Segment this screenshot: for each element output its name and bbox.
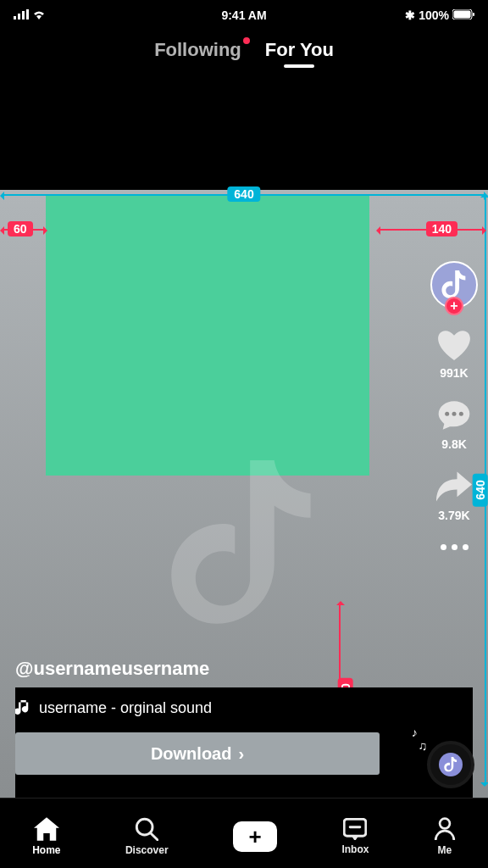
heart-icon: [436, 328, 472, 360]
bluetooth-icon: ✱: [405, 8, 415, 22]
svg-point-14: [440, 819, 450, 829]
tiktok-watermark-icon: [168, 460, 320, 630]
share-count: 3.79K: [438, 509, 469, 522]
bottom-nav: Home Discover + Inbox Me: [0, 798, 488, 868]
creator-avatar[interactable]: +: [430, 261, 478, 309]
nav-create[interactable]: +: [233, 821, 277, 852]
share-icon: [436, 471, 472, 502]
plus-icon: +: [248, 824, 261, 850]
more-options-icon[interactable]: [441, 544, 469, 550]
svg-line-11: [151, 833, 158, 840]
svg-point-7: [445, 412, 449, 416]
signal-icon: [14, 8, 29, 22]
svg-rect-5: [454, 11, 471, 19]
cta-download-button[interactable]: Download ›: [15, 732, 380, 775]
svg-point-9: [459, 412, 463, 416]
follow-plus-icon[interactable]: +: [445, 297, 463, 315]
svg-rect-2: [22, 11, 25, 19]
svg-rect-1: [18, 14, 20, 19]
music-note-icon: [15, 700, 30, 717]
tiktok-icon: [444, 757, 458, 772]
creator-username[interactable]: @usernameusername: [15, 658, 369, 680]
tiktok-icon: [441, 270, 467, 299]
share-button[interactable]: 3.79K: [435, 468, 473, 522]
svg-rect-6: [473, 13, 474, 16]
search-icon: [135, 817, 158, 841]
sound-label[interactable]: username - orginal sound: [15, 687, 473, 717]
sound-disc[interactable]: [427, 741, 474, 788]
create-button[interactable]: +: [233, 821, 277, 852]
like-count: 991K: [440, 366, 468, 380]
comment-icon: [436, 398, 472, 432]
comment-button[interactable]: 9.8K: [435, 397, 473, 451]
music-notes-icon: ♪ ♫: [412, 726, 427, 753]
dimension-height: 640: [485, 195, 486, 785]
inbox-icon: [343, 818, 367, 840]
nav-home[interactable]: Home: [32, 817, 60, 856]
status-bar: 9:41 AM ✱ 100%: [0, 0, 488, 31]
dimension-margin-right: 140: [378, 229, 485, 231]
dimension-width: 640: [2, 194, 486, 196]
nav-inbox[interactable]: Inbox: [341, 818, 369, 855]
svg-rect-3: [26, 9, 29, 19]
battery-icon: [452, 8, 474, 22]
svg-rect-0: [14, 16, 16, 19]
feed-tabs: Following For You: [0, 31, 488, 75]
safe-zone-overlay: [46, 194, 369, 476]
profile-icon: [434, 817, 456, 841]
sound-cta-area: username - orginal sound Download ›: [15, 687, 473, 798]
chevron-right-icon: ›: [238, 744, 244, 764]
wifi-icon: [32, 8, 46, 22]
nav-me[interactable]: Me: [434, 817, 456, 856]
comment-count: 9.8K: [441, 437, 467, 451]
home-icon: [34, 817, 59, 841]
dimension-margin-left: 60: [2, 229, 46, 231]
status-time: 9:41 AM: [221, 8, 266, 22]
svg-point-8: [452, 412, 457, 416]
nav-discover[interactable]: Discover: [125, 817, 169, 856]
like-button[interactable]: 991K: [435, 326, 473, 380]
tab-for-you[interactable]: For You: [265, 39, 334, 61]
notification-dot: [243, 37, 250, 44]
battery-percent: 100%: [419, 8, 449, 22]
action-sidebar: + 991K 9.8K 3.79K: [430, 261, 478, 550]
tab-following[interactable]: Following: [154, 39, 241, 61]
